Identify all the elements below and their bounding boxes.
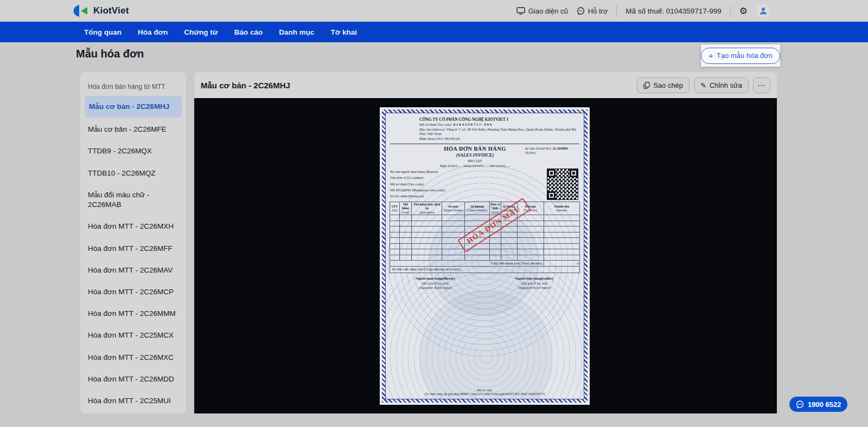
chat-bubble-icon — [796, 400, 804, 409]
kiotviet-logo[interactable]: KiotViet — [73, 0, 129, 22]
tax-code-text: Mã số thuế: 0104359717-999 — [626, 7, 721, 15]
panel-title: Mẫu cơ bản - 2C26MHJ — [201, 81, 290, 90]
sidebar-item-template[interactable]: Hóa đơn MTT - 2C26MAV — [80, 260, 186, 281]
sidebar-item-template[interactable]: TTDB10 - 2C26MQZ — [80, 163, 186, 184]
qr-finder — [547, 191, 556, 199]
sidebar-item-template[interactable]: Hóa đơn MTT - 2C26MMM — [80, 303, 186, 325]
cqt-label: Mã CQT: — [425, 159, 525, 164]
sidebar-item-template[interactable]: Hóa đơn MTT - 2C25MCX — [80, 325, 186, 346]
plus-icon: + — [709, 51, 713, 60]
sidebar-item-template[interactable]: Mẫu cơ bản - 2C26MFE — [80, 119, 186, 140]
empty-item-row — [390, 215, 580, 221]
serial-block: Ký hiệu (Serial No): 2C26MHJ Số (No): — [525, 145, 579, 169]
kiotviet-logo-icon — [73, 4, 90, 17]
main-nav: Tổng quan Hóa đơn Chứng từ Báo cáo Danh … — [0, 22, 868, 42]
nav-chung-tu[interactable]: Chứng từ — [184, 28, 218, 36]
create-template-label: Tạo mẫu hóa đơn — [717, 51, 773, 60]
create-template-button[interactable]: + Tạo mẫu hóa đơn — [701, 48, 780, 64]
col-stt: STT(No) — [390, 202, 400, 215]
sidebar-item-template[interactable]: Hóa đơn MTT - 2C26MXC — [80, 347, 186, 368]
sidebar-item-template[interactable]: Mẫu cơ bản - 2C26MHJ — [85, 96, 182, 118]
seller-phone-value: 09139129 — [444, 137, 459, 141]
empty-item-row — [390, 255, 580, 261]
nav-to-khai[interactable]: Tờ khai — [330, 28, 357, 36]
brand-name: KiotViet — [93, 5, 129, 16]
copy-button-label: Sao chép — [653, 81, 683, 89]
divider — [730, 5, 731, 17]
qr-finder — [570, 169, 578, 177]
col-so-may: Số máy(Engine Number) — [442, 202, 465, 215]
nav-danh-muc[interactable]: Danh mục — [279, 28, 314, 36]
col-thanh-tien: Thành tiền(Amount) — [544, 202, 580, 215]
provider-line: (Tổ chức cung cấp giải pháp HĐĐT: Công t… — [386, 392, 584, 396]
topbar-right: Giao diện cũ Hỗ trợ Mã số thuế: 01043597… — [516, 0, 770, 22]
buyer-info-block: Họ tên người mua hàng (Buyer): Tên đơn v… — [386, 168, 584, 200]
invoice-inner: HÓA ĐƠN MẪU CÔNG TY CỔ PHẦN CÔNG NGHỆ KI… — [385, 113, 584, 399]
invoice-content: CÔNG TY CỔ PHẦN CÔNG NGHỆ KIOTVIET 1 Mã … — [386, 113, 584, 399]
invoice-footer: Mã tra cứu: (Tổ chức cung cấp giải pháp … — [386, 388, 584, 399]
nav-bao-cao[interactable]: Báo cáo — [234, 28, 263, 36]
invoice-paper: HÓA ĐƠN MẪU CÔNG TY CỔ PHẦN CÔNG NGHỆ KI… — [380, 107, 590, 405]
date-line: Ngày (Date)...... tháng (month)...... nă… — [425, 164, 525, 168]
edit-button[interactable]: ✎ Chỉnh sửa — [694, 77, 749, 93]
sidebar-item-template[interactable]: Hóa đơn MTT - 2C25MUI — [80, 390, 186, 412]
more-options-button[interactable]: ⋯ — [753, 77, 770, 93]
nav-tong-quan[interactable]: Tổng quan — [84, 28, 122, 36]
invoice-title: HÓA ĐƠN BÁN HÀNG — [425, 145, 525, 152]
tour-highlight-box: + Tạo mẫu hóa đơn — [701, 44, 780, 67]
qr-finder — [547, 169, 556, 177]
page-title: Mẫu hóa đơn — [76, 48, 144, 60]
nav-hoa-don[interactable]: Hóa đơn — [138, 28, 168, 36]
sidebar-item-template[interactable]: Hóa đơn MTT - 2C26MXH — [80, 216, 186, 237]
seller-tax-value: 0 1 0 4 3 5 9 7 1 7 - 9 9 9 — [454, 122, 492, 127]
total-value: 0 — [544, 261, 580, 267]
amount-in-words: Số tiền viết bằng chữ (Total amount in w… — [390, 267, 580, 273]
serial-value: 2C26MHJ — [552, 146, 568, 150]
panel-header: Mẫu cơ bản - 2C26MHJ Sao chép ✎ Chỉnh sử… — [194, 72, 777, 98]
hotline-chat-button[interactable]: 1900 6522 — [789, 397, 847, 412]
old-ui-link[interactable]: Giao diện cũ — [516, 7, 568, 15]
copy-button[interactable]: Sao chép — [637, 77, 690, 93]
sidebar-item-template[interactable]: Mẫu đổi màu chữ - 2C26MAB — [80, 184, 186, 216]
sidebar-item-template[interactable]: Hóa đơn MTT - 2C26MCP — [80, 281, 186, 303]
sidebar-item-template[interactable]: Hóa đơn MTT - 2C26MFF — [80, 238, 186, 260]
col-so-khung: Số khung(Chassis Number) — [465, 202, 490, 215]
divider — [390, 144, 579, 144]
invoice-title-block: HÓA ĐƠN BÁN HÀNG (SALES INVOICE) Mã CQT:… — [425, 145, 525, 169]
template-detail-panel: Mẫu cơ bản - 2C26MHJ Sao chép ✎ Chỉnh sử… — [194, 72, 777, 413]
chat-bubble-icon — [577, 7, 585, 15]
total-label: Tổng tiền thanh toán (Total amount): — [390, 261, 544, 267]
empty-item-row — [390, 243, 580, 249]
invoice-title-en: (SALES INVOICE) — [425, 152, 525, 158]
seller-tax-line: Mã số thuế (Tax code): 0 1 0 4 3 5 9 7 1… — [419, 122, 578, 127]
gear-icon[interactable]: ⚙ — [739, 7, 748, 16]
template-sidebar: Hóa đơn bán hàng từ MTT Mẫu cơ bản - 2C2… — [80, 72, 186, 413]
total-row: Tổng tiền thanh toán (Total amount): 0 — [390, 261, 580, 267]
user-icon — [759, 7, 768, 15]
ellipsis-icon: ⋯ — [758, 81, 766, 89]
signatures-row: Người mua hàng(Buyer) (Ký, ghi rõ họ, tê… — [386, 276, 584, 289]
monitor-icon — [516, 7, 525, 15]
seller-info-block: CÔNG TY CỔ PHẦN CÔNG NGHỆ KIOTVIET 1 Mã … — [419, 117, 578, 141]
invoice-decorative-border: HÓA ĐƠN MẪU CÔNG TY CỔ PHẦN CÔNG NGHỆ KI… — [382, 109, 588, 403]
seller-address-line: Địa chỉ (Address): Tầng 6-7, số 1B Yết K… — [419, 127, 578, 137]
top-bar: KiotViet Giao diện cũ Hỗ trợ Mã số thuế:… — [0, 0, 868, 22]
support-label: Hỗ trợ — [588, 7, 608, 15]
invoice-title-row: HÓA ĐƠN BÁN HÀNG (SALES INVOICE) Mã CQT:… — [390, 145, 579, 169]
divider — [616, 5, 617, 17]
seller-phone-line: Điện thoại (Tel): 09139129 — [419, 137, 578, 141]
old-ui-label: Giao diện cũ — [528, 7, 568, 15]
col-ten-hang: Tên hàng hóa, dịch vụ(Description) — [412, 202, 442, 215]
sidebar-item-template[interactable]: Hóa đơn MTT - 2C26MDD — [80, 368, 186, 390]
qr-code — [547, 169, 578, 200]
sidebar-item-template[interactable]: TTDB9 - 2C26MQX — [80, 140, 186, 162]
buyer-signature: Người mua hàng(Buyer) (Ký, ghi rõ họ, tê… — [386, 276, 485, 289]
support-link[interactable]: Hỗ trợ — [577, 7, 608, 15]
avatar[interactable] — [756, 4, 770, 18]
serial-line: Ký hiệu (Serial No): 2C26MHJ — [525, 146, 579, 151]
edit-button-label: Chỉnh sửa — [710, 81, 742, 89]
seller-company-name: CÔNG TY CỔ PHẦN CÔNG NGHỆ KIOTVIET 1 — [419, 117, 508, 122]
number-line: Số (No): — [525, 151, 579, 156]
col-ma-hang: Mã hàng(Code) — [399, 202, 412, 215]
invoice-preview-area: HÓA ĐƠN MẪU CÔNG TY CỔ PHẦN CÔNG NGHỆ KI… — [194, 98, 777, 413]
